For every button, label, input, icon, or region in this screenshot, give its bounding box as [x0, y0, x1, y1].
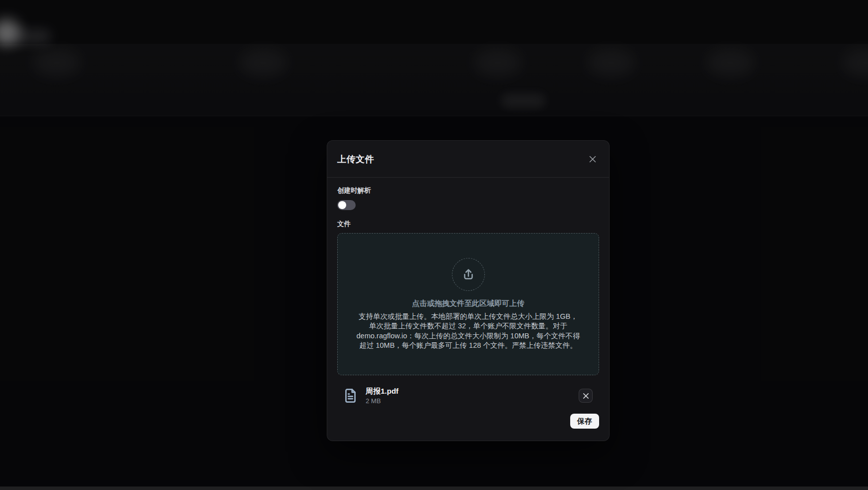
dialog-header: 上传文件 [327, 141, 609, 178]
dropzone-hint: 点击或拖拽文件至此区域即可上传 [412, 299, 524, 308]
close-button[interactable] [587, 154, 598, 165]
uploaded-file-row: 周报1.pdf 2 MB [337, 386, 599, 406]
file-name: 周报1.pdf [366, 387, 571, 396]
save-button[interactable]: 保存 [570, 414, 599, 429]
file-section-label: 文件 [337, 220, 599, 229]
file-dropzone[interactable]: 点击或拖拽文件至此区域即可上传 支持单次或批量上传。本地部署的单次上传文件总大小… [337, 233, 599, 375]
upload-circle [452, 258, 485, 291]
file-text-icon [343, 386, 358, 406]
dialog-title: 上传文件 [337, 153, 374, 165]
x-icon [589, 155, 597, 163]
file-meta: 周报1.pdf 2 MB [366, 387, 571, 405]
toggle-knob [338, 201, 346, 209]
parse-toggle[interactable] [337, 200, 356, 210]
upload-icon [461, 267, 476, 282]
upload-file-dialog: 上传文件 创建时解析 文件 [327, 140, 610, 441]
x-icon [583, 393, 589, 399]
remove-file-button[interactable] [579, 389, 593, 403]
file-size: 2 MB [366, 397, 571, 405]
dropzone-description: 支持单次或批量上传。本地部署的单次上传文件总大小上限为 1GB，单次批量上传文件… [356, 312, 581, 350]
dialog-body: 创建时解析 文件 点击或拖拽文件至此区域即可上传 支持单次或批量上传。本地部署的… [327, 178, 609, 441]
dialog-footer: 保存 [337, 414, 599, 429]
parse-on-creation-label: 创建时解析 [337, 186, 599, 195]
